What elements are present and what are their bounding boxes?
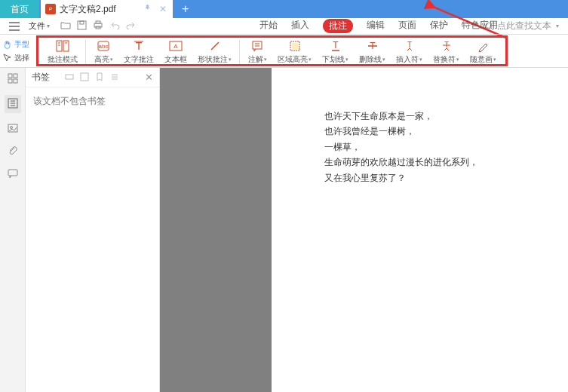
document-view[interactable]: 也许天下生命原本是一家， 也许我曾经是一棵树， 一棵草， 生命萌芽的欢欣越过漫长… <box>272 68 568 392</box>
chevron-down-icon: ▾ <box>493 57 496 63</box>
thumbnails-icon[interactable] <box>7 72 19 86</box>
tab-insert[interactable]: 插入 <box>291 19 309 33</box>
area-highlight-button[interactable]: 区域高亮▾ <box>273 39 316 65</box>
svg-line-9 <box>491 28 493 30</box>
close-tab-icon[interactable]: ✕ <box>159 4 167 14</box>
print-icon[interactable] <box>93 20 103 32</box>
tab-page[interactable]: 页面 <box>398 19 416 33</box>
strikethrough-icon: T <box>367 39 379 53</box>
svg-rect-46 <box>81 73 88 81</box>
tab-document[interactable]: P 文字文稿2.pdf ✕ <box>41 0 173 18</box>
svg-line-21 <box>211 42 219 50</box>
select-tool[interactable]: 选择 <box>3 53 33 63</box>
hand-tool[interactable]: 手型 <box>3 39 33 50</box>
chevron-down-icon: ▾ <box>456 57 459 63</box>
svg-rect-37 <box>14 79 17 83</box>
svg-rect-35 <box>14 74 17 78</box>
tab-annotate[interactable]: 批注 <box>323 19 353 33</box>
close-panel-icon[interactable]: ✕ <box>145 72 153 83</box>
search-box[interactable]: 点此查找文本 ▾ <box>485 20 559 32</box>
open-icon[interactable] <box>60 20 71 32</box>
text-annotate-button[interactable]: T 文字批注 <box>119 39 158 65</box>
redo-icon[interactable] <box>126 20 137 32</box>
tab-document-label: 文字文稿2.pdf <box>60 3 116 16</box>
strikethrough-label: 删除线 <box>359 54 382 65</box>
chevron-down-icon: ▾ <box>345 57 348 63</box>
tab-start[interactable]: 开始 <box>259 19 278 33</box>
replace-mark-button[interactable]: T 替换符▾ <box>428 39 464 65</box>
replace-mark-label: 替换符 <box>433 54 456 65</box>
add-bookmark-icon[interactable] <box>95 72 104 83</box>
doc-line: 也许我曾经是一棵树， <box>324 124 520 139</box>
chevron-down-icon: ▾ <box>382 57 385 63</box>
tab-home-label: 首页 <box>11 3 29 16</box>
insert-mark-icon: T <box>404 39 416 53</box>
new-tab-button[interactable]: + <box>177 0 194 18</box>
bookmarks-icon[interactable] <box>5 95 21 113</box>
bookmark-menu-icon[interactable] <box>110 72 119 83</box>
strikethrough-button[interactable]: T 删除线▾ <box>355 39 390 65</box>
search-placeholder: 点此查找文本 <box>497 20 551 32</box>
doc-line: 又在我心里复苏了？ <box>324 170 520 185</box>
ribbon-row: 手型 选择 批注模式 abc 高亮▾ T 文字批注 A 文本框 形状批注▾ <box>0 35 568 68</box>
hand-icon <box>3 40 12 49</box>
cursor-icon <box>3 54 12 63</box>
freehand-button[interactable]: 随意画▾ <box>465 39 501 65</box>
area-highlight-label: 区域高亮 <box>278 54 308 65</box>
svg-rect-45 <box>66 75 73 79</box>
highlight-button[interactable]: abc 高亮▾ <box>89 39 118 65</box>
highlight-label: 高亮 <box>94 54 109 65</box>
tab-protect[interactable]: 保护 <box>430 19 448 33</box>
save-icon[interactable] <box>77 20 87 32</box>
svg-rect-22 <box>253 41 262 49</box>
tab-home[interactable]: 首页 <box>0 0 39 18</box>
note-button[interactable]: 注解▾ <box>243 39 272 65</box>
svg-point-8 <box>486 23 492 29</box>
insert-mark-button[interactable]: T 插入符▾ <box>391 39 427 65</box>
collapse-icon[interactable] <box>65 72 74 83</box>
text-annotate-label: 文字批注 <box>124 54 154 65</box>
tab-edit[interactable]: 编辑 <box>367 19 385 33</box>
underline-label: 下划线 <box>322 54 345 65</box>
file-menu-label: 文件 <box>29 20 45 32</box>
undo-icon[interactable] <box>109 20 120 32</box>
expand-icon[interactable] <box>80 72 89 83</box>
titlebar: 首页 P 文字文稿2.pdf ✕ + <box>0 0 568 18</box>
shape-icon <box>209 39 221 53</box>
doc-line: 生命萌芽的欢欣越过漫长的进化系列， <box>324 155 520 170</box>
note-label: 注解 <box>248 54 263 65</box>
file-menu[interactable]: 文件 ▾ <box>26 19 53 33</box>
replace-mark-icon: T <box>441 39 453 53</box>
svg-rect-10 <box>57 41 62 51</box>
underline-button[interactable]: T 下划线▾ <box>318 39 353 65</box>
separator <box>85 40 86 64</box>
annotation-mode-label: 批注模式 <box>48 54 78 65</box>
svg-text:T: T <box>333 40 339 51</box>
annotate-ribbon: 批注模式 abc 高亮▾ T 文字批注 A 文本框 形状批注▾ 注解▾ 区域高亮… <box>36 35 508 66</box>
text-annotate-icon: T <box>133 39 145 53</box>
app-menu-button[interactable] <box>6 20 23 32</box>
svg-rect-3 <box>78 21 86 29</box>
comments-icon[interactable] <box>7 167 19 181</box>
chevron-down-icon: ▾ <box>229 57 232 63</box>
svg-text:P: P <box>49 7 52 11</box>
annotation-mode-button[interactable]: 批注模式 <box>43 39 82 65</box>
images-panel-icon[interactable] <box>7 122 19 136</box>
main-area: 书签 ✕ 该文档不包含书签 也许天下生命原本是一家， 也许我曾经是一棵树， 一棵… <box>0 68 568 392</box>
note-icon <box>251 39 263 53</box>
svg-text:abc: abc <box>99 43 109 50</box>
textbox-button[interactable]: A 文本框 <box>160 39 192 65</box>
chevron-down-icon: ▾ <box>556 23 559 29</box>
svg-rect-11 <box>63 41 69 51</box>
attachments-icon[interactable] <box>7 145 19 158</box>
insert-mark-label: 插入符 <box>396 54 419 65</box>
chevron-down-icon: ▾ <box>309 57 312 63</box>
pin-tab-icon[interactable] <box>143 4 152 14</box>
bookmark-title: 书签 <box>32 71 50 84</box>
textbox-label: 文本框 <box>164 54 187 65</box>
cursor-tools: 手型 选择 <box>0 35 36 67</box>
hand-tool-label: 手型 <box>14 39 29 50</box>
shape-annotate-button[interactable]: 形状批注▾ <box>193 39 236 65</box>
svg-point-43 <box>10 127 12 129</box>
bookmark-tool-icons <box>65 72 119 83</box>
